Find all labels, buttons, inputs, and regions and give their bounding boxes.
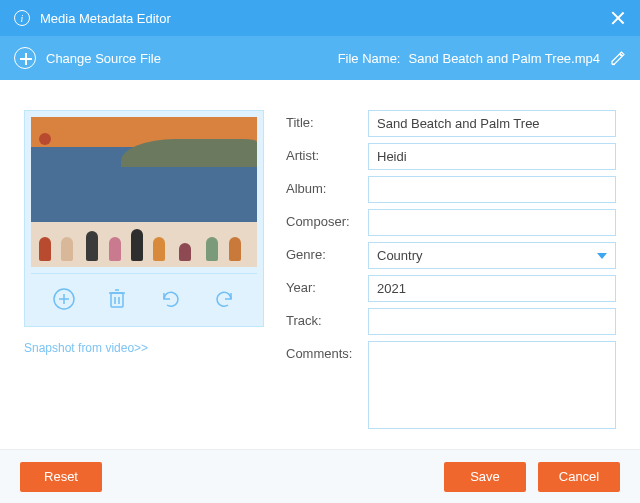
track-input[interactable] [368,308,616,335]
metadata-editor-window: i Media Metadata Editor Change Source Fi… [0,0,640,503]
file-name-label: File Name: [338,51,401,66]
title-label: Title: [286,110,368,130]
undo-button[interactable] [158,286,184,312]
genre-value: Country [377,248,597,263]
info-icon: i [14,10,30,26]
content-area: Snapshot from video>> Title: Artist: Alb… [0,80,640,449]
window-title: Media Metadata Editor [40,11,610,26]
thumbnail-panel: Snapshot from video>> [24,110,264,435]
thumbnail-box [24,110,264,327]
svg-rect-3 [111,293,123,307]
composer-input[interactable] [368,209,616,236]
thumbnail-actions [31,273,257,320]
change-source-button[interactable]: Change Source File [14,47,161,69]
redo-button[interactable] [211,286,237,312]
metadata-form: Title: Artist: Album: Composer: Genre: C… [286,110,616,435]
title-input[interactable] [368,110,616,137]
cancel-button[interactable]: Cancel [538,462,620,492]
thumbnail-image [31,117,257,267]
source-bar: Change Source File File Name: Sand Beatc… [0,36,640,80]
titlebar: i Media Metadata Editor [0,0,640,36]
comments-textarea[interactable] [368,341,616,429]
footer: Reset Save Cancel [0,449,640,503]
composer-label: Composer: [286,209,368,229]
add-thumbnail-button[interactable] [51,286,77,312]
genre-label: Genre: [286,242,368,262]
album-label: Album: [286,176,368,196]
close-icon[interactable] [610,10,626,26]
plus-circle-icon [14,47,36,69]
album-input[interactable] [368,176,616,203]
change-source-label: Change Source File [46,51,161,66]
save-button[interactable]: Save [444,462,526,492]
artist-label: Artist: [286,143,368,163]
chevron-down-icon [597,253,607,259]
genre-select[interactable]: Country [368,242,616,269]
artist-input[interactable] [368,143,616,170]
file-name-value: Sand Beatch and Palm Tree.mp4 [408,51,600,66]
reset-button[interactable]: Reset [20,462,102,492]
edit-filename-button[interactable] [610,50,626,66]
comments-label: Comments: [286,341,368,361]
track-label: Track: [286,308,368,328]
year-label: Year: [286,275,368,295]
delete-thumbnail-button[interactable] [104,286,130,312]
year-input[interactable] [368,275,616,302]
snapshot-from-video-link[interactable]: Snapshot from video>> [24,341,264,355]
